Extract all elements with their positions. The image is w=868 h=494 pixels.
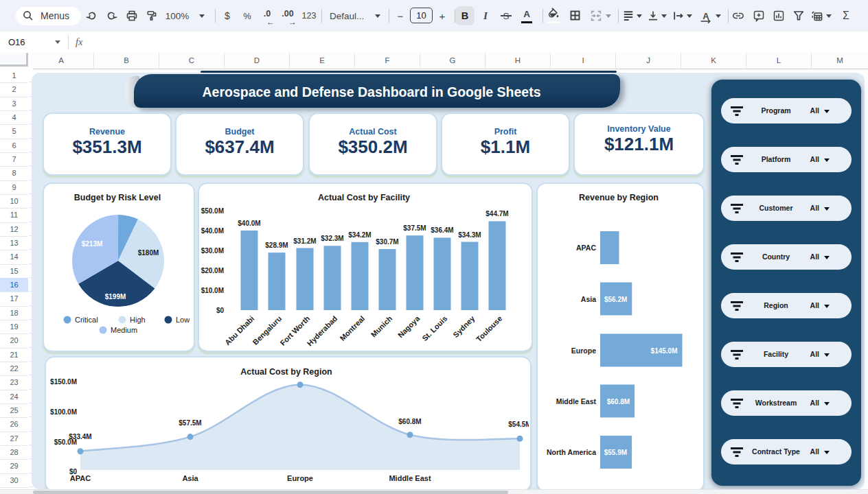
svg-text:$34.3M: $34.3M xyxy=(458,231,481,239)
svg-text:Europe: Europe xyxy=(287,474,313,482)
svg-text:$32.3M: $32.3M xyxy=(321,235,343,242)
svg-text:Low: Low xyxy=(176,316,190,324)
svg-text:Abu Dhabi: Abu Dhabi xyxy=(223,314,255,346)
svg-text:Munich: Munich xyxy=(369,314,394,339)
svg-text:Middle East: Middle East xyxy=(556,397,597,405)
svg-text:$0: $0 xyxy=(216,307,225,314)
svg-text:$54.5M: $54.5M xyxy=(508,421,529,428)
svg-text:$37.5M: $37.5M xyxy=(403,224,426,232)
svg-text:$145.0M: $145.0M xyxy=(651,347,678,355)
svg-text:$36.4M: $36.4M xyxy=(431,226,453,234)
svg-text:$28.9M: $28.9M xyxy=(265,242,288,249)
svg-text:$34.2M: $34.2M xyxy=(348,231,371,239)
svg-text:Asia: Asia xyxy=(581,295,596,303)
svg-text:Budget by Risk Level: Budget by Risk Level xyxy=(74,193,161,202)
svg-text:Montreal: Montreal xyxy=(339,314,367,342)
svg-text:$30.0M: $30.0M xyxy=(201,247,224,255)
svg-text:$10.0M: $10.0M xyxy=(201,287,224,294)
svg-text:$40.0M: $40.0M xyxy=(238,220,260,227)
svg-text:$60.8M: $60.8M xyxy=(607,398,630,405)
svg-text:$56.2M: $56.2M xyxy=(604,296,627,303)
svg-text:Toulouse: Toulouse xyxy=(475,314,503,343)
svg-text:APAC: APAC xyxy=(576,244,596,252)
svg-text:$33.4M: $33.4M xyxy=(69,433,91,440)
svg-text:High: High xyxy=(130,316,146,324)
svg-text:$100.0M: $100.0M xyxy=(50,408,77,416)
svg-text:$57.5M: $57.5M xyxy=(179,419,201,427)
svg-text:Actual Cost by Region: Actual Cost by Region xyxy=(240,367,332,377)
svg-text:North America: North America xyxy=(547,448,596,456)
svg-text:$180M: $180M xyxy=(138,249,159,257)
svg-text:Medium: Medium xyxy=(111,326,137,334)
svg-text:$50.0M: $50.0M xyxy=(201,207,224,215)
svg-text:$31.2M: $31.2M xyxy=(293,237,316,245)
svg-text:Sydney: Sydney xyxy=(451,314,477,339)
svg-text:APAC: APAC xyxy=(70,474,91,482)
svg-text:Europe: Europe xyxy=(571,346,596,355)
svg-text:$40.0M: $40.0M xyxy=(201,227,224,235)
svg-text:Middle East: Middle East xyxy=(389,474,431,482)
svg-text:Revenue by Region: Revenue by Region xyxy=(579,193,659,202)
svg-text:$44.7M: $44.7M xyxy=(486,210,508,217)
svg-text:$55.9M: $55.9M xyxy=(604,449,627,456)
svg-text:Nagoya: Nagoya xyxy=(396,314,422,339)
svg-text:$60.8M: $60.8M xyxy=(398,418,421,425)
svg-text:$150.0M: $150.0M xyxy=(50,378,77,386)
svg-text:St. Louis: St. Louis xyxy=(420,314,448,342)
svg-text:Critical: Critical xyxy=(75,316,98,324)
svg-text:Actual Cost by Facility: Actual Cost by Facility xyxy=(318,193,410,202)
svg-text:$213M: $213M xyxy=(82,240,103,248)
svg-text:$20.0M: $20.0M xyxy=(201,267,224,274)
svg-text:Asia: Asia xyxy=(182,474,198,482)
svg-text:$30.7M: $30.7M xyxy=(376,238,398,246)
svg-text:$199M: $199M xyxy=(105,293,126,301)
